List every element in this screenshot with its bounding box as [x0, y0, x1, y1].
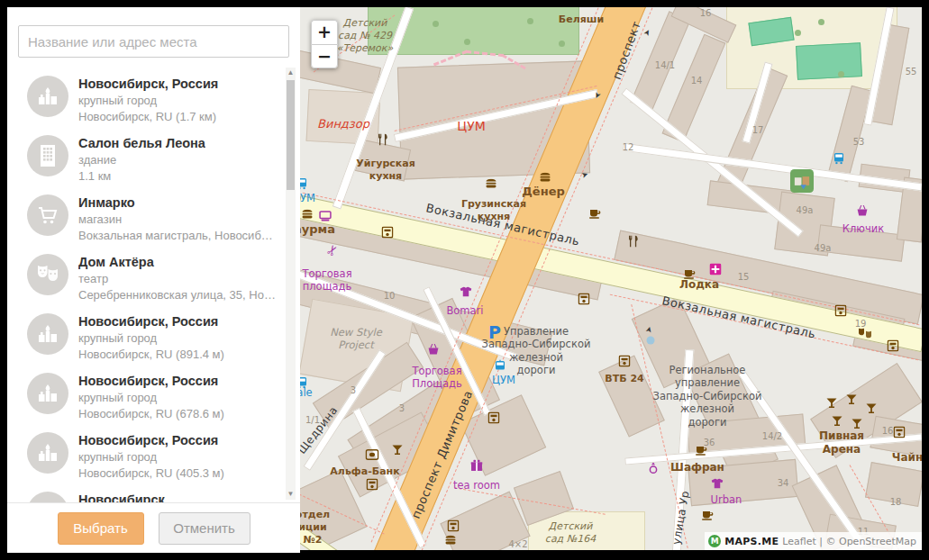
search-box: [18, 25, 289, 58]
result-item[interactable]: Новосибирск, Россиякрупный городНовосиби…: [7, 423, 300, 483]
result-title: Новосибирск, Россия: [78, 373, 224, 390]
result-item[interactable]: Новосибирск, Россиякрупный городНовосиби…: [7, 304, 300, 364]
result-item[interactable]: Новосибирск, Россиякрупный городНовосиби…: [7, 364, 300, 423]
city-icon: [27, 313, 68, 355]
place-label: ale: [300, 386, 313, 399]
building-icon: [27, 135, 68, 176]
scroll-down-icon[interactable]: ▼: [286, 489, 296, 500]
result-item[interactable]: Новосибирск: [7, 483, 300, 502]
place-label: tea room: [453, 479, 500, 492]
map-canvas[interactable]: Вокзальная магистральВокзальная магистра…: [300, 7, 922, 550]
result-address: Новосибирск, RU (891.4 м): [78, 347, 224, 363]
mapsme-logo-icon: M: [708, 535, 721, 547]
result-address: Новосибирск, RU (678.6 м): [78, 406, 224, 422]
scrollbar[interactable]: ▲ ▼: [286, 68, 296, 500]
attribution-links[interactable]: Leaflet | © OpenStreetMap: [782, 536, 916, 547]
tree-icon: [795, 30, 801, 36]
result-title: Салон белья Леона: [78, 135, 205, 152]
ring-icon: [649, 463, 658, 474]
house-number-label: 1/1: [305, 415, 320, 427]
zoom-control: + −: [311, 20, 338, 68]
result-address: 1.1 км: [78, 168, 205, 185]
result-address: Вокзальная магистраль, Новосибирск,...: [78, 228, 277, 244]
tshirt-icon: [460, 287, 472, 297]
map-attribution: M MAPS.ME Leaflet | © OpenStreetMap: [705, 532, 922, 550]
city-icon: [27, 432, 68, 474]
theater-icon: [27, 254, 68, 295]
results-list: Новосибирск, Россиякрупный городНовосиби…: [7, 67, 300, 502]
city-icon: [27, 76, 68, 117]
tree-icon: [838, 71, 844, 77]
search-panel: Новосибирск, Россиякрупный городНовосиби…: [7, 7, 300, 553]
cancel-button[interactable]: Отменить: [159, 512, 250, 545]
zoom-out-button[interactable]: −: [311, 44, 338, 68]
result-type: крупный город: [78, 330, 224, 347]
select-button[interactable]: Выбрать: [58, 512, 144, 545]
result-title: Новосибирск, Россия: [78, 432, 224, 449]
sports-field: [796, 42, 862, 80]
building: [688, 459, 798, 506]
result-item[interactable]: ИнмаркомагазинВокзальная магистраль, Нов…: [7, 185, 300, 245]
result-type: крупный город: [78, 93, 218, 109]
result-item[interactable]: Салон белья Леоназдание1.1 км: [7, 126, 300, 185]
result-title: Новосибирск, Россия: [78, 76, 218, 93]
burger-icon: [486, 179, 497, 189]
zoom-in-button[interactable]: +: [311, 20, 338, 44]
scrollbar-thumb[interactable]: [287, 80, 295, 190]
coffee-icon: [701, 510, 714, 520]
result-address: Новосибирск, RU (405.3 м): [78, 465, 224, 482]
tree-icon: [464, 39, 470, 45]
result-title: Новосибирск, Россия: [78, 313, 224, 330]
cart-icon: [27, 194, 68, 236]
tree-icon: [527, 18, 533, 24]
tree-icon: [559, 41, 565, 47]
attribution-brand: MAPS.ME: [724, 536, 779, 547]
search-input[interactable]: [18, 25, 289, 58]
result-address: Серебренниковская улица, 35, Новоси...: [78, 287, 277, 303]
tree-icon: [433, 21, 439, 27]
result-address: Новосибирск, RU (1.7 км): [78, 109, 218, 125]
result-type: крупный город: [78, 449, 224, 465]
city-icon: [27, 373, 68, 414]
result-item[interactable]: Новосибирск, Россиякрупный городНовосиби…: [7, 67, 300, 126]
building: [816, 224, 905, 261]
tree-icon: [818, 19, 824, 25]
result-title: Инмарко: [78, 194, 277, 212]
result-title: Дом Актёра: [78, 254, 277, 271]
bus-icon: [300, 178, 307, 190]
building: [865, 462, 922, 507]
basket-icon: [857, 205, 869, 216]
result-type: магазин: [78, 212, 277, 228]
scroll-up-icon[interactable]: ▲: [286, 68, 296, 78]
result-title: Новосибирск: [78, 492, 165, 502]
dialog-footer: Выбрать Отменить: [7, 502, 300, 553]
house-number-label: 55: [906, 67, 917, 78]
coffee-icon: [588, 208, 601, 219]
building: [440, 491, 530, 550]
result-type: здание: [78, 152, 205, 168]
result-item[interactable]: Дом АктёратеатрСеребренниковская улица, …: [7, 245, 300, 304]
result-type: крупный город: [78, 390, 224, 406]
bus-icon: [300, 377, 307, 389]
result-type: театр: [78, 271, 277, 287]
city-icon: [27, 492, 68, 502]
